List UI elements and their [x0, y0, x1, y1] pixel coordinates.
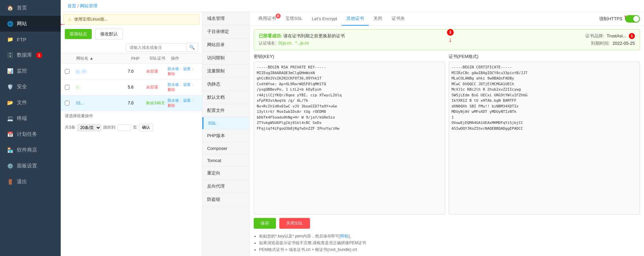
- pagination: 共3条 20条/页 跳转到 页 确认: [61, 121, 202, 134]
- ssl-menu-item-rewrite[interactable]: 伪静态: [202, 78, 249, 91]
- menu-label: 防盗链: [207, 197, 220, 202]
- sidebar-item-settings[interactable]: ⚙️ 面板设置: [0, 158, 61, 174]
- action-settings[interactable]: 设置: [183, 98, 191, 102]
- sidebar-item-logout[interactable]: 🚪 退出: [0, 174, 61, 190]
- action-delete[interactable]: 删除: [168, 88, 175, 92]
- col-sitename: 网站名 ▲: [76, 56, 130, 61]
- action-delete[interactable]: 删除: [168, 103, 175, 107]
- num-badge-1: 1: [36, 52, 42, 58]
- sidebar-item-home[interactable]: 🏠 首页: [0, 0, 61, 16]
- page-number-input[interactable]: [117, 124, 131, 131]
- search-button[interactable]: 🔍: [187, 43, 198, 52]
- ssl-menu: 域名管理 子目录绑定 网站目录 访问限制 流量限制 伪静态 默认: [202, 12, 250, 256]
- ssl-menu-item-php[interactable]: PHP版本: [202, 129, 249, 142]
- tab-close[interactable]: 关闭: [369, 12, 387, 26]
- breadcrumb-home[interactable]: 首页: [67, 3, 76, 8]
- action-firewall[interactable]: 防火墙: [168, 83, 179, 87]
- files-icon: 📂: [7, 100, 13, 106]
- ssl-menu-item-hotlink[interactable]: 防盗链: [202, 193, 249, 206]
- action-firewall[interactable]: 防火墙: [168, 98, 179, 102]
- modify-default-button[interactable]: 修改默认: [95, 29, 123, 39]
- key-textarea[interactable]: -----BEGIN RSA PRIVATE KEY----- MIIEogIB…: [254, 62, 445, 215]
- site-name: 01...: [76, 101, 127, 105]
- sidebar: 🏠 首页 🌐 网站 ← 📁 FTP 🗄️ 数据库 1 📊 监控 🛡️ 安全 📂 …: [0, 0, 61, 256]
- sidebar-item-cron[interactable]: 📅 计划任务: [0, 126, 61, 142]
- sidebar-item-security[interactable]: 🛡️ 安全: [0, 79, 61, 95]
- action-delete[interactable]: 删除: [168, 72, 175, 76]
- ssl-menu-item-subdir[interactable]: 子目录绑定: [202, 25, 249, 38]
- ssl-menu-item-default-doc[interactable]: 默认文档: [202, 91, 249, 104]
- save-button[interactable]: 保存: [254, 218, 276, 229]
- row-checkbox[interactable]: [65, 69, 69, 74]
- breadcrumb-website[interactable]: 网站管理: [80, 3, 97, 8]
- batch-select: 请选择批量操作: [61, 111, 202, 121]
- breadcrumb-separator: /: [78, 3, 80, 8]
- ftp-icon: 📁: [7, 36, 13, 42]
- help-link[interactable]: 帮助: [340, 234, 348, 238]
- ssl-menu-item-access[interactable]: 访问限制: [202, 52, 249, 65]
- main-area: 首页 / 网站管理 ⚠ 使用宝塔Linux面... 添加站点 修改默认 🔍: [61, 0, 644, 256]
- sidebar-item-database[interactable]: 🗄️ 数据库 1: [0, 47, 61, 63]
- sidebar-item-monitor[interactable]: 📊 监控: [0, 63, 61, 79]
- monitor-icon: 📊: [7, 68, 13, 74]
- ssl-menu-item-domain[interactable]: 域名管理: [202, 12, 249, 25]
- ssl-menu-item-tomcat[interactable]: Tomcat: [202, 155, 249, 167]
- cert-textarea[interactable]: -----BEGIN CERTIFICATE----- MIIRzCBc gAw…: [449, 62, 640, 215]
- tab-commercial[interactable]: 商用证书 新: [254, 12, 281, 26]
- ssl-tabs: 商用证书 新 宝塔SSL Let's Encrypt 其他证书 关闭: [250, 12, 644, 26]
- cron-icon: 📅: [7, 131, 13, 137]
- database-icon: 🗄️: [7, 52, 13, 58]
- search-input[interactable]: [126, 43, 187, 52]
- site-actions: 防火墙 | 设置 | 删除: [168, 66, 198, 76]
- ssl-menu-item-composer[interactable]: Composer: [202, 142, 249, 155]
- action-settings[interactable]: 设置: [183, 83, 191, 87]
- ssl-menu-item-config[interactable]: 配置文件: [202, 104, 249, 117]
- tab-lets-encrypt[interactable]: Let's Encrypt: [307, 13, 342, 25]
- ssl-content: 商用证书 新 宝塔SSL Let's Encrypt 其他证书 关闭: [250, 12, 644, 256]
- menu-label: PHP版本: [207, 133, 225, 138]
- sidebar-item-label: 软件商店: [17, 147, 37, 153]
- key-section: 密钥(KEY) -----BEGIN RSA PRIVATE KEY----- …: [254, 54, 445, 215]
- sidebar-item-website[interactable]: 🌐 网站 ←: [0, 16, 61, 32]
- ssl-menu-item-ssl[interactable]: SSL: [202, 117, 249, 129]
- sidebar-item-label: 计划任务: [17, 131, 37, 137]
- force-https-toggle[interactable]: [625, 15, 640, 23]
- toggle-knob: [633, 16, 639, 22]
- jump-label: 跳转到: [103, 125, 115, 130]
- force-https-container: 强制HTTPS: [599, 15, 640, 23]
- action-firewall[interactable]: 防火墙: [168, 67, 179, 71]
- tab-label: Let's Encrypt: [312, 16, 337, 21]
- search-bar: 🔍: [61, 41, 202, 53]
- ssl-menu-item-traffic[interactable]: 流量限制: [202, 65, 249, 78]
- per-page-select[interactable]: 20条/页: [77, 124, 101, 131]
- page-confirm-button[interactable]: 确认: [139, 124, 153, 131]
- tab-other-cert[interactable]: 其他证书: [342, 12, 369, 26]
- red-arrow-1: ←: [59, 20, 66, 28]
- menu-label: 伪静态: [207, 82, 220, 87]
- sidebar-item-ftp[interactable]: 📁 FTP: [0, 32, 61, 47]
- num-badge-5: 5: [629, 33, 635, 39]
- sidebar-item-label: FTP: [17, 37, 26, 42]
- ssl-menu-item-proxy[interactable]: 反向代理: [202, 180, 249, 193]
- action-settings[interactable]: 设置: [183, 67, 191, 71]
- sidebar-item-terminal[interactable]: 💻 终端: [0, 110, 61, 126]
- tab-baota-ssl[interactable]: 宝塔SSL: [281, 12, 307, 26]
- row-checkbox[interactable]: [65, 101, 69, 105]
- sidebar-item-label: 退出: [17, 179, 27, 185]
- close-ssl-button[interactable]: 关闭SSL: [279, 218, 310, 229]
- table-row: ju...fo 7.0 未部署 防火墙 | 设置 | 删除: [61, 64, 202, 79]
- ssl-menu-item-redirect[interactable]: 重定向: [202, 167, 249, 180]
- sidebar-item-store[interactable]: 🏪 软件商店: [0, 142, 61, 158]
- tab-cert-folder[interactable]: 证书夹: [387, 12, 410, 26]
- action-separator2: |: [192, 67, 193, 71]
- success-title: 已部署成功: 请在证书到期之前更换新的证书: [259, 33, 345, 39]
- store-icon: 🏪: [7, 147, 13, 153]
- success-desc: 请在证书到期之前更换新的证书: [283, 33, 345, 38]
- menu-label: 重定向: [207, 170, 220, 175]
- sidebar-item-files[interactable]: 📂 文件: [0, 95, 61, 110]
- site-ssl: 剩余346天: [146, 100, 166, 106]
- row-checkbox[interactable]: [65, 85, 69, 90]
- sidebar-item-label: 安全: [17, 84, 27, 90]
- add-site-button[interactable]: 添加站点: [65, 29, 92, 39]
- ssl-menu-item-webdir[interactable]: 网站目录: [202, 38, 249, 52]
